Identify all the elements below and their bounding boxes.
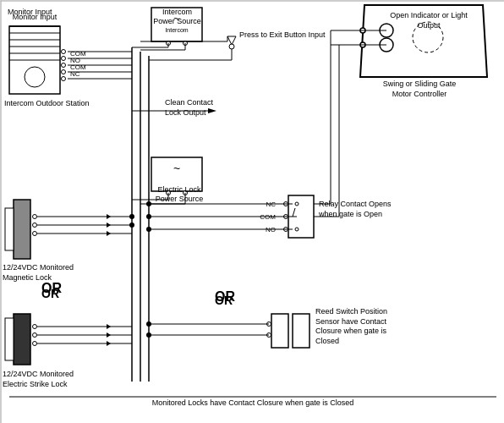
open-indicator-text: Open Indicator or Light Output: [379, 11, 479, 30]
electric-lock-power-text: Electric LockPower Source: [150, 185, 209, 204]
svg-point-13: [62, 77, 66, 81]
svg-rect-83: [293, 314, 310, 348]
reed-switch-text: Reed Switch PositionSensor have ContactC…: [315, 307, 434, 347]
clean-contact-text: Clean ContactLock Output: [165, 98, 233, 118]
svg-point-81: [129, 222, 134, 228]
svg-point-56: [33, 333, 37, 338]
or-top-text: OR: [41, 286, 59, 301]
svg-rect-43: [5, 208, 14, 250]
intercom-power-label: Intercom: [165, 27, 188, 33]
svg-point-18: [229, 44, 234, 49]
ac-symbol-lock: ~: [173, 162, 180, 175]
intercom-power-text: IntercomPower Source: [150, 8, 205, 26]
press-to-exit-text: Press to Exit Button Input: [239, 30, 326, 41]
svg-rect-53: [14, 314, 30, 365]
svg-point-80: [129, 214, 134, 219]
nc-label-1: NC: [70, 70, 80, 78]
svg-point-79: [146, 227, 151, 232]
swing-gate-text: Swing or Sliding GateMotor Controller: [356, 80, 483, 99]
svg-point-12: [62, 70, 66, 74]
svg-point-78: [146, 214, 151, 219]
svg-point-57: [33, 342, 37, 346]
relay-contact-text: Relay Contact Openswhen gate is Open: [319, 200, 429, 219]
svg-point-45: [33, 223, 37, 228]
svg-point-8: [25, 67, 45, 87]
svg-point-89: [146, 332, 151, 338]
svg-rect-42: [14, 200, 30, 259]
intercom-outdoor-text: Intercom Outdoor Station: [4, 99, 90, 109]
svg-point-44: [33, 215, 37, 219]
svg-point-88: [146, 321, 151, 327]
svg-point-11: [62, 63, 66, 68]
svg-point-55: [33, 325, 37, 329]
svg-rect-82: [271, 314, 288, 348]
svg-point-46: [33, 232, 37, 236]
svg-point-10: [62, 57, 66, 61]
wiring-diagram: Monitor Input COM NO COM NC ~ Intercom ~: [0, 0, 504, 423]
or-bottom-text: OR: [215, 293, 233, 308]
magnetic-lock-text: 12/24VDC MonitoredMagnetic Lock: [3, 263, 74, 283]
electric-strike-text: 12/24VDC MonitoredElectric Strike Lock: [3, 370, 74, 389]
svg-point-72: [295, 202, 299, 206]
svg-point-9: [62, 50, 66, 54]
footer-text: Monitored Locks have Contact Closure whe…: [9, 398, 496, 409]
svg-point-73: [295, 228, 299, 231]
svg-rect-54: [5, 318, 14, 360]
monitor-input-text: Monitor Input: [8, 8, 52, 18]
